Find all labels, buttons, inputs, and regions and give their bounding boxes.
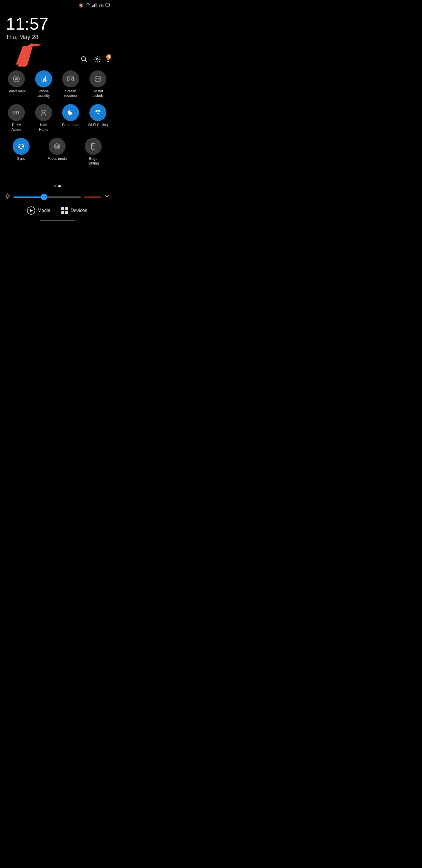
sync-label: Sync xyxy=(17,157,25,161)
dark-mode-label: Dark mode xyxy=(62,123,79,128)
battery-percent: 8% xyxy=(99,3,104,8)
phone-visibility-label: Phonevisibility xyxy=(37,89,50,98)
dnd-label: Do notdisturb xyxy=(93,89,103,98)
svg-rect-4 xyxy=(94,4,95,7)
smart-view-icon-wrap xyxy=(8,70,25,87)
svg-rect-29 xyxy=(14,111,16,114)
tile-edge-lighting[interactable]: Edgelighting xyxy=(76,136,111,167)
quick-tiles-row2: DolbyAtmos KidsHome Dark mode xyxy=(0,102,114,134)
quick-tiles-row3: Sync Focus mode Edgelighting xyxy=(0,136,114,167)
mute-icon: 🔇 xyxy=(79,3,84,8)
svg-point-13 xyxy=(96,58,98,60)
tile-focus-mode[interactable]: Focus mode xyxy=(39,136,74,167)
edge-lighting-label: Edgelighting xyxy=(88,157,99,166)
search-icon[interactable] xyxy=(81,56,87,64)
tile-do-not-disturb[interactable]: Do notdisturb xyxy=(85,69,111,100)
clock-time: 11:57 xyxy=(6,14,108,33)
edge-lighting-icon-wrap xyxy=(85,138,102,155)
tile-dolby-atmos[interactable]: DolbyAtmos xyxy=(3,102,30,134)
brightness-thumb xyxy=(41,194,47,200)
svg-point-39 xyxy=(6,195,9,197)
dolby-label: DolbyAtmos xyxy=(11,123,22,132)
svg-point-21 xyxy=(43,79,46,82)
dnd-icon-wrap xyxy=(89,70,106,87)
dolby-icon-wrap xyxy=(8,104,25,121)
svg-rect-2 xyxy=(92,6,93,7)
brightness-expand-icon[interactable] xyxy=(104,193,109,200)
svg-line-44 xyxy=(6,194,6,195)
tile-kids-home[interactable]: KidsHome xyxy=(31,102,57,134)
svg-point-34 xyxy=(44,111,45,112)
focus-icon-wrap xyxy=(48,138,66,155)
wifi-calling-icon-wrap xyxy=(89,104,106,121)
play-triangle xyxy=(30,209,33,212)
tile-sync[interactable]: Sync xyxy=(3,136,38,167)
smart-view-label: Smart View xyxy=(8,89,26,94)
kids-label: KidsHome xyxy=(39,123,48,132)
tile-phone-visibility[interactable]: Phonevisibility xyxy=(31,69,57,100)
wifi-icon: + xyxy=(85,3,91,8)
dark-mode-icon-wrap xyxy=(62,104,79,121)
svg-point-0 xyxy=(88,6,88,7)
brightness-fill xyxy=(13,196,44,198)
svg-rect-9 xyxy=(106,4,107,6)
more-options-icon[interactable]: N xyxy=(107,56,109,64)
devices-label: Devices xyxy=(71,208,87,213)
svg-point-37 xyxy=(57,146,58,147)
clock-section: 11:57 Thu, May 28 xyxy=(0,9,114,43)
brightness-right-section xyxy=(84,196,101,198)
svg-line-47 xyxy=(6,198,6,198)
svg-line-46 xyxy=(9,194,9,195)
brightness-track[interactable] xyxy=(13,196,81,198)
page-dot-1[interactable] xyxy=(54,185,56,187)
svg-rect-5 xyxy=(95,3,96,7)
tile-wifi-calling[interactable]: Wi-Fi Calling xyxy=(85,102,111,134)
media-play-icon xyxy=(27,207,35,215)
clock-date: Thu, May 28 xyxy=(6,34,108,40)
svg-rect-8 xyxy=(109,4,110,6)
svg-line-45 xyxy=(9,198,9,198)
media-devices-row: Media Devices xyxy=(0,203,114,218)
page-dot-2[interactable] xyxy=(58,185,61,187)
signal-icon xyxy=(92,3,97,8)
battery-icon xyxy=(105,3,110,8)
page-indicators xyxy=(0,185,114,187)
devices-button[interactable]: Devices xyxy=(61,207,87,214)
phone-visibility-icon-wrap xyxy=(35,70,52,87)
quick-tiles-row1: Smart View Phonevisibility Screenrecorde… xyxy=(0,69,114,100)
svg-rect-30 xyxy=(17,111,19,114)
brightness-row xyxy=(0,192,114,202)
brightness-icon xyxy=(5,193,10,200)
focus-mode-label: Focus mode xyxy=(47,157,67,161)
status-bar: 🔇 + 8% xyxy=(0,0,114,9)
svg-line-12 xyxy=(85,60,87,62)
svg-point-33 xyxy=(42,111,43,112)
screen-recorder-label: Screenrecorder xyxy=(64,89,77,98)
tile-dark-mode[interactable]: Dark mode xyxy=(58,102,84,134)
svg-point-16 xyxy=(107,61,109,62)
svg-rect-3 xyxy=(93,5,94,7)
notification-badge: N xyxy=(106,54,111,60)
media-label: Media xyxy=(37,208,51,213)
svg-text:+: + xyxy=(89,3,89,5)
sync-icon-wrap xyxy=(12,138,30,155)
home-indicator xyxy=(39,220,75,221)
media-button[interactable]: Media xyxy=(27,207,51,215)
svg-rect-6 xyxy=(96,3,97,7)
kids-icon-wrap xyxy=(35,104,52,121)
media-devices-divider xyxy=(56,207,56,214)
tile-smart-view[interactable]: Smart View xyxy=(3,69,30,100)
tile-screen-recorder[interactable]: Screenrecorder xyxy=(58,69,84,100)
red-arrow xyxy=(11,43,46,67)
settings-icon[interactable] xyxy=(94,56,101,64)
wifi-calling-label: Wi-Fi Calling xyxy=(88,123,108,128)
screen-recorder-icon-wrap xyxy=(62,70,79,87)
devices-grid-icon xyxy=(61,207,68,214)
